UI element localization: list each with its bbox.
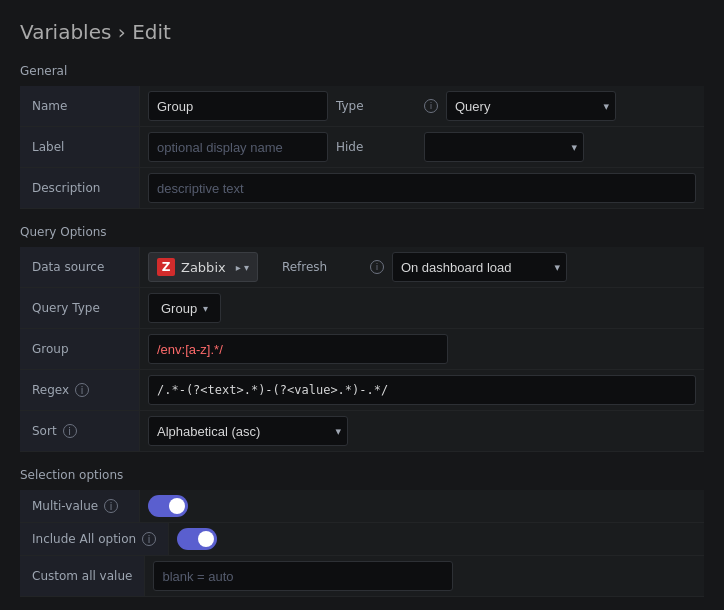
description-value-cell	[140, 168, 704, 208]
type-select-wrapper: Query	[446, 91, 616, 121]
multi-value-toggle[interactable]	[148, 495, 188, 517]
sort-value-cell: Alphabetical (asc)	[140, 411, 704, 451]
label-label: Label	[20, 127, 140, 167]
label-input[interactable]	[148, 132, 328, 162]
multi-value-label: Multi-value i	[20, 490, 140, 522]
hide-select-wrapper	[424, 132, 584, 162]
sort-select-wrapper: Alphabetical (asc)	[148, 416, 348, 446]
include-all-label: Include All option i	[20, 523, 169, 555]
multi-value-cell	[140, 490, 704, 522]
regex-row: Regex i	[20, 370, 704, 411]
custom-all-value-cell	[145, 556, 704, 596]
query-type-label: Query Type	[20, 288, 140, 328]
include-all-toggle[interactable]	[177, 528, 217, 550]
include-all-row: Include All option i	[20, 523, 704, 556]
general-section-label: General	[20, 64, 704, 78]
datasource-badge[interactable]: Z Zabbix ▸ ▾	[148, 252, 258, 282]
custom-all-row: Custom all value	[20, 556, 704, 597]
regex-value-cell	[140, 370, 704, 410]
group-input[interactable]	[148, 334, 448, 364]
refresh-label: Refresh	[282, 260, 362, 274]
refresh-select[interactable]: On dashboard load	[392, 252, 567, 282]
selection-options-section-label: Selection options	[20, 468, 704, 482]
datasource-row: Data source Z Zabbix ▸ ▾ Refresh i On da…	[20, 247, 704, 288]
regex-info-icon[interactable]: i	[75, 383, 89, 397]
group-row: Group	[20, 329, 704, 370]
sort-row: Sort i Alphabetical (asc)	[20, 411, 704, 452]
type-section: Type i Query	[336, 91, 616, 121]
query-type-row: Query Type Group ▾	[20, 288, 704, 329]
multi-value-row: Multi-value i	[20, 490, 704, 523]
custom-all-label: Custom all value	[20, 556, 145, 596]
description-input[interactable]	[148, 173, 696, 203]
name-label: Name	[20, 86, 140, 126]
hide-section: Hide	[336, 132, 584, 162]
multi-value-info-icon[interactable]: i	[104, 499, 118, 513]
page-title: Variables › Edit	[20, 20, 704, 44]
query-options-section-label: Query Options	[20, 225, 704, 239]
description-label: Description	[20, 168, 140, 208]
include-all-info-icon[interactable]: i	[142, 532, 156, 546]
regex-label: Regex i	[20, 370, 140, 410]
type-select[interactable]: Query	[446, 91, 616, 121]
label-value-cell: Hide	[140, 127, 704, 167]
hide-label: Hide	[336, 140, 416, 154]
type-label: Type	[336, 99, 416, 113]
description-row: Description	[20, 168, 704, 209]
sort-info-icon[interactable]: i	[63, 424, 77, 438]
query-type-button[interactable]: Group ▾	[148, 293, 221, 323]
label-row: Label Hide	[20, 127, 704, 168]
type-info-icon[interactable]: i	[424, 99, 438, 113]
name-row: Name Type i Query	[20, 86, 704, 127]
breadcrumb-separator: ›	[118, 20, 132, 44]
query-type-chevron-icon: ▾	[203, 303, 208, 314]
refresh-info-icon[interactable]: i	[370, 260, 384, 274]
regex-input[interactable]	[148, 375, 696, 405]
sort-label: Sort i	[20, 411, 140, 451]
breadcrumb-parent: Variables	[20, 20, 111, 44]
name-value-cell: Type i Query	[140, 86, 704, 126]
multi-value-slider	[148, 495, 188, 517]
group-label: Group	[20, 329, 140, 369]
include-all-cell	[169, 523, 704, 555]
refresh-section: Refresh i On dashboard load	[282, 252, 567, 282]
datasource-z-icon: Z	[157, 258, 175, 276]
breadcrumb-current: Edit	[132, 20, 171, 44]
include-all-slider	[177, 528, 217, 550]
sort-select[interactable]: Alphabetical (asc)	[148, 416, 348, 446]
name-input[interactable]	[148, 91, 328, 121]
datasource-name: Zabbix	[181, 260, 226, 275]
query-type-value: Group	[161, 301, 197, 316]
datasource-dropdown-icon: ▸ ▾	[236, 262, 249, 273]
query-type-value-cell: Group ▾	[140, 288, 704, 328]
custom-all-input[interactable]	[153, 561, 453, 591]
datasource-label: Data source	[20, 247, 140, 287]
refresh-select-wrapper: On dashboard load	[392, 252, 567, 282]
datasource-value-cell: Z Zabbix ▸ ▾ Refresh i On dashboard load	[140, 247, 704, 287]
hide-select[interactable]	[424, 132, 584, 162]
group-value-cell	[140, 329, 704, 369]
